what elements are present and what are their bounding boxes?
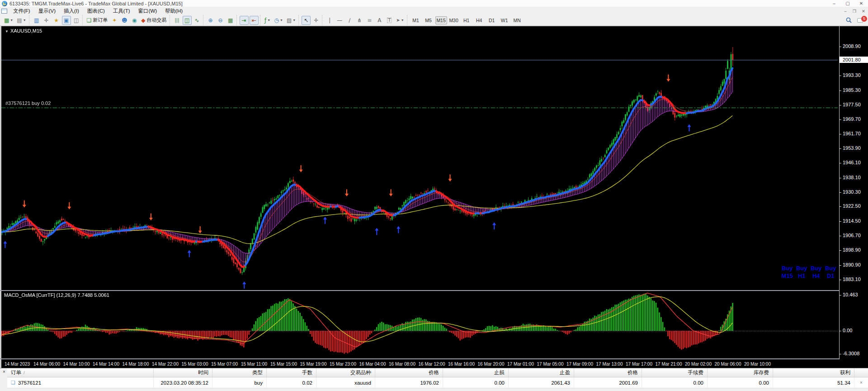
search-button[interactable] xyxy=(844,16,853,25)
price-axis[interactable]: 2008.901993.301985.301977.501969.701961.… xyxy=(839,26,868,359)
mdi-restore-button[interactable]: ❐ xyxy=(850,8,859,14)
algo-trading-button[interactable]: ◆自动交易 xyxy=(140,16,168,25)
toolbar-group-panels: ▥ ✛ ★ ▣ ◫ xyxy=(29,15,82,26)
orders-column-header[interactable]: 时间 xyxy=(154,368,212,377)
time-axis-label: 16 Mar 20:00 xyxy=(478,362,505,367)
signal-timeframe-text: H4 xyxy=(809,272,823,280)
menu-item-W[interactable]: 窗口(W) xyxy=(134,7,161,15)
timeframe-button-MN[interactable]: MN xyxy=(511,16,523,24)
time-axis-label: 15 Mar 23:00 xyxy=(330,362,356,367)
navigator-button[interactable]: ★ xyxy=(52,16,61,25)
chart-shift-button[interactable]: ⇤ xyxy=(250,16,259,25)
timeframe-button-H1[interactable]: H1 xyxy=(461,16,472,24)
macd-axis-label: 10.463 xyxy=(843,292,858,297)
indicators-button[interactable]: ƒ▼ xyxy=(263,16,272,25)
toolbar-group-scroll: ⇥ ⇤ xyxy=(236,15,260,26)
tile-windows-button[interactable]: ▦ xyxy=(226,16,235,25)
community-button[interactable]: ☻ xyxy=(120,16,129,25)
time-axis[interactable]: 14 Mar 202314 Mar 06:0014 Mar 10:0014 Ma… xyxy=(1,359,839,368)
orders-column-header[interactable]: 库存费 xyxy=(708,368,773,377)
vertical-line-button[interactable]: | xyxy=(325,16,334,25)
signals-button[interactable]: ◉ xyxy=(130,16,139,25)
orders-column-header[interactable]: 交易品种 xyxy=(316,368,375,377)
maximize-button[interactable]: ▢ xyxy=(841,0,854,7)
andrews-pitchfork-icon: ⋔ xyxy=(357,18,362,23)
orders-column-header[interactable]: 价格 xyxy=(574,368,642,377)
menu-item-F[interactable]: 文件(F) xyxy=(9,7,34,15)
line-chart-button[interactable]: ∿ xyxy=(193,16,202,25)
menu-item-C[interactable]: 图表(C) xyxy=(83,7,109,15)
timeframe-button-W1[interactable]: W1 xyxy=(499,16,510,24)
orders-column-header[interactable]: 止盈 xyxy=(509,368,574,377)
timeframe-button-D1[interactable]: D1 xyxy=(486,16,498,24)
menu-item-T[interactable]: 工具(T) xyxy=(109,7,134,15)
minimize-button[interactable]: – xyxy=(827,0,841,7)
timeframe-button-M30[interactable]: M30 xyxy=(448,16,460,24)
close-position-button[interactable]: × xyxy=(854,377,868,388)
orders-column-header[interactable]: 类型 xyxy=(212,368,267,377)
shapes-button[interactable]: ➤▼ xyxy=(395,16,405,25)
timeframe-button-M5[interactable]: M5 xyxy=(423,16,434,24)
alerts-button[interactable]: ✦ xyxy=(110,16,119,25)
new-order-button[interactable]: ❏新订单 xyxy=(85,16,109,25)
new-chart-button[interactable]: ▦▼ xyxy=(3,16,14,25)
periods-button[interactable]: ◷▼ xyxy=(273,16,284,25)
navigator-icon: ★ xyxy=(54,18,59,23)
orders-column-header[interactable]: 价格 xyxy=(375,368,443,377)
open-position-label[interactable]: #37576121 buy 0.02 xyxy=(5,100,51,106)
orders-table-row[interactable]: ❏375761212023.03.20 08:35:12buy0.02xauus… xyxy=(7,377,868,388)
chart-window-icon[interactable] xyxy=(1,9,7,14)
menu-item-V[interactable]: 显示(V) xyxy=(34,7,60,15)
multi-timeframe-signal-block: BuyBuyBuyBuy M15H1H4D1 xyxy=(780,265,838,280)
signal-text: Buy xyxy=(809,265,823,272)
bar-chart-button[interactable]: ||| xyxy=(173,16,182,25)
chart-shift-icon: ⇤ xyxy=(252,18,256,23)
vertical-line-icon: | xyxy=(329,18,330,23)
orders-column-header[interactable]: 止损 xyxy=(443,368,509,377)
toolbox-button[interactable]: ▣ xyxy=(62,16,71,25)
time-axis-label: 16 Mar 04:00 xyxy=(359,362,386,367)
mdi-minimize-button[interactable]: – xyxy=(841,8,850,14)
macd-indicator-canvas[interactable] xyxy=(1,291,838,358)
mdi-close-button[interactable]: ✕ xyxy=(859,8,868,14)
market-watch-button[interactable]: ▥ xyxy=(32,16,41,25)
horizontal-line-button[interactable]: — xyxy=(335,16,344,25)
orders-column-header[interactable]: 手续费 xyxy=(642,368,708,377)
text-label-button[interactable]: T xyxy=(385,16,394,25)
fibonacci-button[interactable]: ≡ xyxy=(365,16,374,25)
timeframe-button-H4[interactable]: H4 xyxy=(473,16,485,24)
indicators-icon: ƒ xyxy=(264,18,266,23)
menu-item-I[interactable]: 插入(I) xyxy=(60,7,83,15)
toolbox-close-button[interactable]: × xyxy=(1,369,7,375)
orders-cell-value: 2023.03.20 08:35:12 xyxy=(160,380,208,386)
crosshair-button[interactable]: ✛ xyxy=(311,16,321,25)
collapse-triangle-icon[interactable]: ▼ xyxy=(5,29,9,33)
text-button[interactable]: A xyxy=(375,16,384,25)
orders-column-header[interactable]: 手数 xyxy=(267,368,316,377)
orders-column-header[interactable]: 获利 xyxy=(773,368,854,377)
orders-cell-value: 2061.43 xyxy=(551,380,570,386)
profiles-button[interactable]: ▤▼ xyxy=(15,16,27,25)
zoom-out-button[interactable]: ⊖ xyxy=(216,16,225,25)
orders-column-header[interactable]: 订单/ xyxy=(7,368,154,377)
signal-timeframe-text: M15 xyxy=(780,272,794,280)
chart-splitter[interactable] xyxy=(0,290,868,291)
toolbar-group-zoom: ⊕ ⊖ ▦ xyxy=(203,15,236,26)
trendline-button[interactable]: ∕ xyxy=(345,16,354,25)
menu-item-H[interactable]: 帮助(H) xyxy=(161,7,187,15)
zoom-in-button[interactable]: ⊕ xyxy=(206,16,215,25)
auto-scroll-button[interactable]: ⇥ xyxy=(240,16,249,25)
strategy-tester-button[interactable]: ◫ xyxy=(72,16,81,25)
close-button[interactable]: ✕ xyxy=(854,0,868,7)
timeframe-button-M1[interactable]: M1 xyxy=(410,16,422,24)
pitchfork-button[interactable]: ⋔ xyxy=(355,16,364,25)
community-icon: ☻ xyxy=(122,18,127,23)
data-window-button[interactable]: ✛ xyxy=(42,16,51,25)
timeframe-button-M15[interactable]: M15 xyxy=(435,16,447,24)
periods-clock-icon: ◷ xyxy=(274,18,279,23)
candle-chart-button[interactable]: ◫ xyxy=(183,16,192,25)
notifications-button[interactable]: 5 xyxy=(857,17,865,24)
price-chart-canvas[interactable] xyxy=(1,26,838,290)
cursor-button[interactable]: ↖ xyxy=(302,16,311,25)
templates-button[interactable]: ▨▼ xyxy=(285,16,297,25)
